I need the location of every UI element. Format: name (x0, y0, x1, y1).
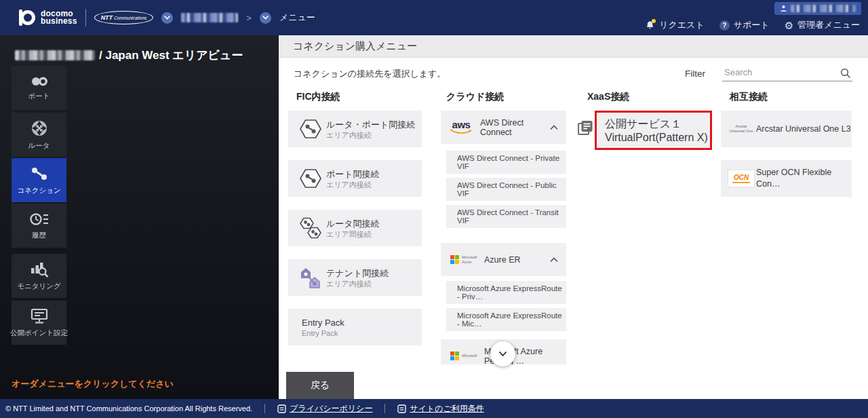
sidebar-item-label: 公開ポイント設定 (10, 328, 68, 338)
menu-subitem-aws-public-vif[interactable]: AWS Direct Connect - Public VIF (446, 178, 566, 201)
document-icon (277, 404, 286, 413)
connection-icon (29, 166, 50, 182)
card-subtitle: Entry Pack (302, 328, 344, 338)
navbar-actions: リクエスト ? サポート ⚙ 管理者メニュー (645, 19, 860, 31)
question-icon: ? (719, 20, 730, 31)
privacy-policy-link[interactable]: プライバシーポリシー (277, 403, 372, 415)
card-title: Arcstar Universal One L3 (756, 124, 851, 135)
menu-card-router-to-router[interactable]: ルータ間接続 エリア間接続 (288, 210, 422, 246)
microsoft-logo: Microsoft (448, 352, 479, 360)
menu-card-arcstar[interactable]: ArcstarUniversal One Arcstar Universal O… (721, 111, 852, 147)
fic-portal-page: docomo business NTT Communications > メニュ… (0, 0, 868, 418)
subitem-label: Microsoft Azure ExpressRoute - Priv… (457, 284, 566, 301)
document-icon (397, 404, 406, 413)
support-button[interactable]: ? サポート (719, 19, 770, 31)
breadcrumb-separator: > (246, 13, 252, 23)
support-label: サポート (734, 19, 770, 31)
sidebar-item-history[interactable]: 履歴 (12, 204, 66, 248)
instruction-text: コネクションの接続先を選択します。 (294, 68, 446, 80)
card-title: ポート間接続 (326, 168, 380, 180)
terms-of-use-link[interactable]: サイトのご利用条件 (397, 403, 484, 415)
privacy-policy-label: プライバシーポリシー (290, 403, 372, 415)
sidebar-item-label: モニタリング (17, 282, 60, 291)
subitem-label: AWS Direct Connect - Transit VIF (457, 208, 566, 225)
history-icon (30, 212, 49, 227)
menu-card-router-port[interactable]: ルータ・ポート間接続 エリア内接続 (288, 111, 422, 147)
user-icon (780, 5, 787, 12)
menu-card-public-service-highlighted[interactable]: 公開サービス１ VirtualPort(Pattern X) (595, 111, 712, 150)
card-title: 公開サービス１ (605, 117, 710, 132)
tenant-name-redacted[interactable] (181, 13, 238, 22)
fic-column: ルータ・ポート間接続 エリア内接続 ポート間接続 エリア内接続 ルータ間接続 (288, 111, 422, 358)
ocn-logo: OCN (726, 170, 756, 187)
terms-of-use-label: サイトのご利用条件 (410, 403, 484, 415)
arcstar-logo: ArcstarUniversal One (726, 124, 756, 134)
menu-dropdown-chevron-icon[interactable] (260, 12, 271, 24)
sidebar-item-label: ルータ (28, 141, 50, 151)
subitem-label: AWS Direct Connect - Private VIF (457, 154, 566, 170)
card-title: テナント間接続 (326, 267, 389, 279)
menu-card-super-ocn[interactable]: OCN Super OCN Flexible Con… (721, 160, 852, 197)
search-input[interactable] (722, 65, 852, 81)
back-button[interactable]: 戻る (286, 372, 354, 399)
docomo-business-logo: docomo business (20, 10, 77, 25)
admin-menu-button[interactable]: ⚙ 管理者メニュー (785, 19, 860, 31)
public-service-docs-icon (577, 119, 594, 139)
copyright-text: © NTT Limited and NTT Communications Cor… (5, 404, 252, 413)
card-title: Super OCN Flexible Con… (756, 167, 852, 190)
search-icon[interactable] (840, 68, 851, 81)
sidebar-item-public-point[interactable]: 公開ポイント設定 (12, 301, 66, 345)
double-hexagon-icon (295, 216, 326, 240)
tenant-dropdown-chevron-icon[interactable] (161, 12, 173, 24)
chevron-up-icon[interactable] (550, 125, 558, 130)
menu-dropdown-label[interactable]: メニュー (279, 12, 315, 24)
order-menu-hint: オーダメニューをクリックしてください (12, 378, 174, 390)
card-title: ルータ・ポート間接続 (326, 119, 415, 130)
user-name-redacted (791, 5, 856, 12)
sidebar-item-connection[interactable]: コネクション (12, 158, 66, 202)
card-title: Entry Pack (302, 317, 344, 328)
notification-dot (652, 19, 656, 23)
menu-card-port-to-port[interactable]: ポート間接続 エリア内接続 (288, 160, 422, 197)
menu-subitem-aws-private-vif[interactable]: AWS Direct Connect - Private VIF (446, 151, 566, 174)
area-view-title: / Japan West エリアビュー (15, 48, 243, 63)
sidebar-item-label: ポート (28, 92, 50, 101)
chevron-up-icon[interactable] (550, 257, 558, 263)
menu-group-aws[interactable]: aws AWS Direct Connect (441, 111, 566, 144)
footer: © NTT Limited and NTT Communications Cor… (0, 399, 868, 418)
sidebar-item-port[interactable]: ポート (12, 66, 66, 110)
menu-subitem-azure-er-private[interactable]: Microsoft Azure ExpressRoute - Priv… (446, 281, 566, 304)
tenant-id-redacted (15, 50, 95, 60)
docomo-logo-icon (20, 10, 35, 25)
sidebar-item-label: 履歴 (32, 231, 46, 240)
menu-card-entry-pack[interactable]: Entry Pack Entry Pack (288, 309, 422, 345)
card-subtitle: エリア内接続 (326, 130, 415, 140)
column-header-xaas: XaaS接続 (587, 91, 629, 103)
scroll-down-button[interactable] (490, 341, 515, 366)
gear-icon: ⚙ (785, 20, 793, 31)
top-navbar: docomo business NTT Communications > メニュ… (0, 0, 868, 35)
footer-divider (384, 404, 385, 413)
requests-button[interactable]: リクエスト (645, 19, 705, 31)
navbar-left: docomo business NTT Communications > メニュ… (20, 0, 315, 35)
user-badge[interactable] (774, 2, 861, 15)
menu-subitem-aws-transit-vif[interactable]: AWS Direct Connect - Transit VIF (446, 205, 566, 228)
menu-subitem-azure-er-microsoft[interactable]: Microsoft Azure ExpressRoute - Mic… (446, 308, 566, 331)
tenant-connection-icon (295, 265, 326, 290)
hexagon-connection-icon (295, 167, 326, 190)
search-field-wrap (722, 65, 852, 81)
chevron-down-icon (498, 351, 507, 357)
group-title: AWS Direct Connect (475, 118, 550, 137)
interconnect-column: ArcstarUniversal One Arcstar Universal O… (721, 111, 852, 210)
sidebar-item-monitoring[interactable]: モニタリング (12, 254, 66, 298)
card-subtitle: エリア内接続 (326, 279, 389, 288)
subitem-label: AWS Direct Connect - Public VIF (457, 181, 566, 197)
card-subtitle: エリア内接続 (326, 180, 380, 189)
area-view-title-text: / Japan West エリアビュー (99, 48, 243, 63)
menu-group-azure-er[interactable]: MicrosoftAzure Azure ER (441, 243, 566, 276)
menu-card-tenant[interactable]: テナント間接続 エリア内接続 (288, 259, 422, 296)
sidebar-item-router[interactable]: ルータ (12, 113, 66, 157)
logo-divider (85, 9, 86, 26)
monitoring-icon (30, 261, 49, 278)
port-icon (29, 75, 50, 88)
